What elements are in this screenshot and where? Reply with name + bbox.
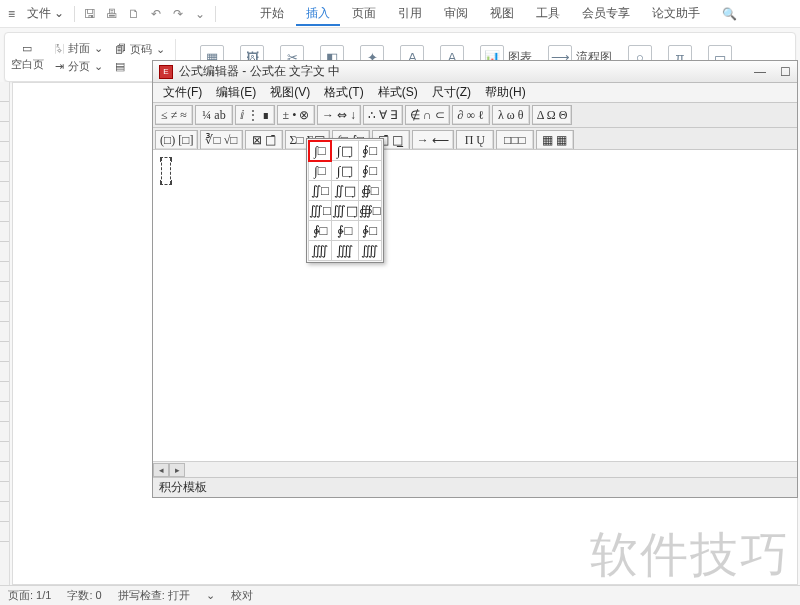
menu-format[interactable]: 格式(T) [318, 83, 369, 102]
undo-icon[interactable]: ↶ [145, 7, 167, 21]
menu-edit[interactable]: 编辑(E) [210, 83, 262, 102]
equation-canvas[interactable] [153, 149, 797, 475]
horizontal-scrollbar[interactable]: ◂ ▸ [153, 461, 797, 477]
template-fences[interactable]: (□) [□] [155, 130, 198, 150]
integral-contour[interactable]: ∮□ [358, 141, 381, 161]
palette-arrows[interactable]: → ⇔ ↓ [317, 105, 361, 125]
template-subscript[interactable]: ⊠ □̄ [245, 130, 283, 150]
template-arrows[interactable]: → ⟵ [412, 130, 454, 150]
tab-insert[interactable]: 插入 [296, 1, 340, 26]
template-matrix[interactable]: □□□ [496, 130, 534, 150]
integral-double[interactable]: ∬□ [309, 181, 332, 201]
status-words[interactable]: 字数: 0 [67, 588, 101, 603]
palette-greek-lower[interactable]: λ ω θ [492, 105, 530, 125]
status-proof[interactable]: 校对 [231, 588, 253, 603]
file-menu-label: 文件 [27, 6, 51, 20]
equation-editor-title: 公式编辑器 - 公式在 文字文 中 [179, 63, 340, 80]
palette-operators[interactable]: ± • ⊗ [277, 105, 315, 125]
integral-ccw[interactable]: ∳□ [309, 221, 332, 241]
minimize-button[interactable]: — [754, 65, 766, 79]
scroll-left-icon[interactable]: ◂ [153, 463, 169, 477]
integral-single[interactable]: ∫□ [309, 141, 332, 161]
blank-page-icon: ▭ [22, 42, 32, 55]
template-radicals[interactable]: ∛□ √□ [200, 130, 242, 150]
status-spellcheck[interactable]: 拼写检查: 打开 [118, 588, 190, 603]
tab-member[interactable]: 会员专享 [572, 1, 640, 26]
blank-page-button[interactable]: ▭ 空白页 [5, 40, 49, 74]
integral-double-limits[interactable]: ∬□̣ [331, 181, 358, 201]
menu-help[interactable]: 帮助(H) [479, 83, 532, 102]
chevron-down-icon: ⌄ [54, 6, 64, 20]
split-page-icon: ⇥ [55, 60, 64, 73]
integral-quad-3[interactable]: ⨌ [358, 241, 381, 261]
save-icon[interactable]: 🖫 [79, 7, 101, 21]
split-page-button[interactable]: ⇥ 分页 ⌄ [55, 59, 103, 74]
tab-page[interactable]: 页面 [342, 1, 386, 26]
equation-editor-appicon: E [159, 65, 173, 79]
file-menu[interactable]: 文件 ⌄ [21, 5, 70, 22]
integral-surface[interactable]: ∯□ [358, 181, 381, 201]
template-products[interactable]: Π Ų [456, 130, 494, 150]
palette-embellish[interactable]: ⅈ ⋮ ∎ [235, 105, 275, 125]
print-icon[interactable]: 🖶 [101, 7, 123, 21]
menu-file[interactable]: 文件(F) [157, 83, 208, 102]
palette-relations[interactable]: ≤ ≠ ≈ [155, 105, 193, 125]
equation-editor-titlebar[interactable]: E 公式编辑器 - 公式在 文字文 中 — ☐ [153, 61, 797, 83]
integral-triple[interactable]: ∭□ [309, 201, 332, 221]
equation-editor-statusbar: 积分模板 [153, 477, 797, 497]
symbol-toolbar-row1: ≤ ≠ ≈ ¼ ab ⅈ ⋮ ∎ ± • ⊗ → ⇔ ↓ ∴ ∀ ∃ ∉ ∩ ⊂… [153, 103, 797, 128]
integral-single-limits[interactable]: ∫□̣ [331, 141, 358, 161]
page-number-label: 页码 [130, 42, 152, 57]
chevron-down-icon[interactable]: ⌄ [189, 7, 211, 21]
menu-size[interactable]: 尺寸(Z) [426, 83, 477, 102]
palette-logic[interactable]: ∴ ∀ ∃ [363, 105, 403, 125]
split-page-label: 分页 [68, 59, 90, 74]
separator [215, 6, 216, 22]
integral-cw[interactable]: ∲□ [331, 221, 358, 241]
equation-placeholder[interactable] [161, 158, 171, 184]
vertical-ruler [0, 82, 10, 585]
integral-variant-3[interactable]: ∮□ [358, 161, 381, 181]
tab-thesis[interactable]: 论文助手 [642, 1, 710, 26]
tab-ref[interactable]: 引用 [388, 1, 432, 26]
search-icon[interactable]: 🔍 [722, 7, 737, 21]
integral-ccw-2[interactable]: ∳□ [358, 221, 381, 241]
integral-template-palette: ∫□ ∫□̣ ∮□ ∫□ ∫□̣ ∮□ ∬□ ∬□̣ ∯□ ∭□ ∭□̣ ∰□ … [306, 138, 384, 263]
integral-volume[interactable]: ∰□ [358, 201, 381, 221]
page-prop-icon: ▤ [115, 60, 125, 73]
integral-quad[interactable]: ⨌ [309, 241, 332, 261]
menu-style[interactable]: 样式(S) [372, 83, 424, 102]
page-number-icon: 🗐 [115, 43, 126, 55]
integral-variant-2[interactable]: ∫□̣ [331, 161, 358, 181]
cover-label: 封面 [68, 41, 90, 56]
status-text: 积分模板 [159, 479, 207, 496]
cover-button[interactable]: 🀧 封面 ⌄ [55, 41, 103, 56]
template-boxes[interactable]: ▦ ▦ [536, 130, 574, 150]
integral-quad-limits[interactable]: ⨌̣ [331, 241, 358, 261]
blank-page-label: 空白页 [11, 57, 44, 72]
scroll-right-icon[interactable]: ▸ [169, 463, 185, 477]
integral-variant-1[interactable]: ∫□ [309, 161, 332, 181]
tab-tools[interactable]: 工具 [526, 1, 570, 26]
cover-icon: 🀧 [55, 42, 64, 55]
tab-review[interactable]: 审阅 [434, 1, 478, 26]
tab-start[interactable]: 开始 [250, 1, 294, 26]
page-number-button[interactable]: 🗐 页码 ⌄ [115, 42, 165, 57]
equation-editor-menubar: 文件(F) 编辑(E) 视图(V) 格式(T) 样式(S) 尺寸(Z) 帮助(H… [153, 83, 797, 103]
preview-icon[interactable]: 🗋 [123, 7, 145, 21]
palette-spaces[interactable]: ¼ ab [195, 105, 233, 125]
app-statusbar: 页面: 1/1 字数: 0 拼写检查: 打开 ⌄ 校对 [0, 585, 800, 605]
separator [74, 6, 75, 22]
menu-view[interactable]: 视图(V) [264, 83, 316, 102]
redo-icon[interactable]: ↷ [167, 7, 189, 21]
palette-misc[interactable]: ∂ ∞ ℓ [452, 105, 490, 125]
integral-triple-limits[interactable]: ∭□̣ [331, 201, 358, 221]
palette-set[interactable]: ∉ ∩ ⊂ [405, 105, 450, 125]
app-menu-icon[interactable]: ≡ [8, 7, 15, 21]
status-page[interactable]: 页面: 1/1 [8, 588, 51, 603]
main-tabs: 开始 插入 页面 引用 审阅 视图 工具 会员专享 论文助手 🔍 [250, 1, 737, 26]
tab-view[interactable]: 视图 [480, 1, 524, 26]
equation-editor-window: E 公式编辑器 - 公式在 文字文 中 — ☐ 文件(F) 编辑(E) 视图(V… [152, 60, 798, 498]
palette-greek-upper[interactable]: Δ Ω Θ [532, 105, 573, 125]
maximize-button[interactable]: ☐ [780, 65, 791, 79]
